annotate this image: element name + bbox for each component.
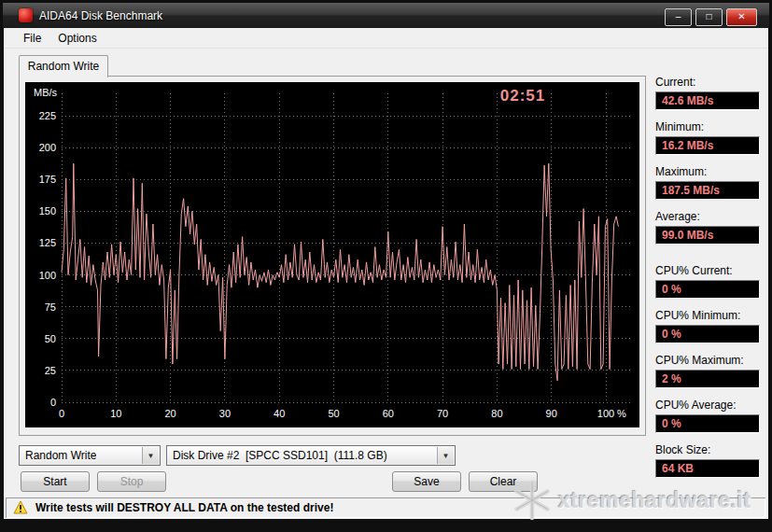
benchmark-chart: 0255075100125150175200225010203040506070… (25, 82, 639, 427)
stat-value: 99.0 MB/s (655, 226, 760, 245)
svg-text:10: 10 (110, 408, 121, 419)
test-type-value: Random Write (25, 449, 96, 462)
stat-label: Maximum: (655, 165, 760, 178)
svg-text:50: 50 (328, 408, 339, 419)
stat-label: CPU% Maximum: (655, 354, 760, 367)
minimize-icon: – (676, 11, 681, 21)
svg-text:175: 175 (39, 174, 56, 185)
tab-page: 0255075100125150175200225010203040506070… (19, 76, 646, 436)
svg-text:40: 40 (274, 408, 285, 419)
drive-combobox[interactable]: Disk Drive #2 [SPCC SSD101] (111.8 GB) ▼ (166, 445, 456, 466)
stat-block-size: Block Size: 64 KB (655, 443, 760, 478)
test-type-combobox[interactable]: Random Write ▼ (19, 445, 161, 466)
svg-text:125: 125 (39, 237, 56, 248)
client-area: Random Write 025507510012515017520022501… (4, 49, 768, 519)
stat-value: 64 KB (655, 459, 760, 478)
svg-text:200: 200 (39, 142, 56, 153)
caption-buttons: – □ ✕ (665, 8, 757, 26)
stat-label: CPU% Current: (655, 264, 760, 277)
close-button[interactable]: ✕ (726, 8, 757, 26)
stat-minimum: Minimum: 16.2 MB/s (655, 120, 760, 155)
stat-label: Minimum: (655, 120, 760, 133)
destroy-warning-text: Write tests will DESTROY ALL DATA on the… (35, 501, 333, 514)
svg-text:80: 80 (491, 408, 502, 419)
svg-text:%: % (617, 408, 626, 419)
stat-current: Current: 42.6 MB/s (655, 76, 760, 110)
stat-cpu-current: CPU% Current: 0 % (655, 264, 760, 299)
stat-average: Average: 99.0 MB/s (655, 210, 760, 245)
stat-value: 2 % (655, 370, 760, 388)
tab-random-write[interactable]: Random Write (19, 55, 108, 77)
chart-y-axis-unit: MB/s (34, 87, 57, 98)
warning-icon (13, 500, 28, 515)
menubar: File Options (4, 28, 768, 49)
svg-text:100: 100 (597, 408, 614, 419)
stat-maximum: Maximum: 187.5 MB/s (655, 165, 760, 200)
save-button[interactable]: Save (392, 471, 461, 492)
stat-value: 42.6 MB/s (655, 91, 760, 110)
stop-button[interactable]: Stop (97, 471, 166, 492)
svg-text:100: 100 (39, 270, 56, 281)
maximize-icon: □ (706, 11, 711, 21)
stat-label: Average: (655, 210, 760, 223)
start-button[interactable]: Start (21, 471, 90, 492)
svg-text:75: 75 (45, 301, 56, 313)
elapsed-time: 02:51 (490, 87, 555, 105)
svg-text:0: 0 (59, 408, 64, 419)
window-title: AIDA64 Disk Benchmark (39, 9, 162, 22)
stat-label: Block Size: (655, 443, 760, 456)
maximize-button[interactable]: □ (695, 8, 723, 26)
benchmark-chart-svg: 0255075100125150175200225010203040506070… (25, 82, 639, 427)
svg-text:60: 60 (383, 408, 394, 419)
snowflake-icon (512, 480, 553, 521)
svg-text:225: 225 (39, 110, 56, 121)
drive-value: Disk Drive #2 [SPCC SSD101] (111.8 GB) (173, 449, 387, 462)
stat-value: 187.5 MB/s (655, 181, 760, 200)
svg-text:50: 50 (45, 333, 56, 344)
svg-text:20: 20 (164, 408, 175, 419)
stat-cpu-minimum: CPU% Minimum: 0 % (655, 309, 760, 343)
stat-value: 0 % (655, 325, 760, 343)
stat-label: CPU% Minimum: (655, 309, 760, 322)
menu-options[interactable]: Options (49, 29, 105, 48)
svg-text:0: 0 (50, 397, 56, 408)
close-icon: ✕ (737, 11, 745, 21)
svg-text:25: 25 (45, 365, 56, 376)
chevron-down-icon[interactable]: ▼ (437, 447, 454, 464)
stat-cpu-maximum: CPU% Maximum: 2 % (655, 354, 760, 388)
stat-value: 0 % (655, 414, 760, 433)
svg-text:30: 30 (219, 408, 231, 419)
aida64-app-icon (19, 8, 33, 22)
stat-cpu-average: CPU% Average: 0 % (655, 399, 760, 433)
watermark: xtremehardware.it (512, 480, 751, 521)
stat-label: Current: (655, 76, 760, 89)
svg-text:90: 90 (546, 408, 557, 419)
svg-text:150: 150 (39, 205, 56, 217)
titlebar: AIDA64 Disk Benchmark – □ ✕ (3, 3, 769, 29)
stat-label: CPU% Average: (655, 399, 760, 412)
stat-value: 16.2 MB/s (655, 136, 760, 155)
stat-value: 0 % (655, 280, 760, 299)
chevron-down-icon[interactable]: ▼ (142, 447, 159, 464)
minimize-button[interactable]: – (665, 8, 692, 26)
menu-file[interactable]: File (15, 29, 49, 48)
svg-text:70: 70 (437, 408, 448, 419)
watermark-text: xtremehardware.it (558, 488, 751, 513)
